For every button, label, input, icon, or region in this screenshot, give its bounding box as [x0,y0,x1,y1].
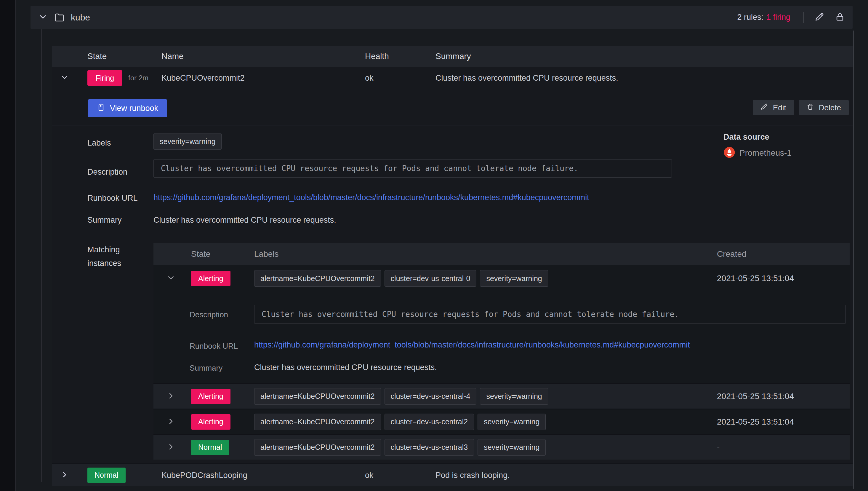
chevron-right-icon[interactable] [166,417,175,427]
runbook-field-label: Runbook URL [190,342,238,351]
matching-instances-label-line1: Matching [87,245,120,254]
label-chip: alertname=KubeCPUOvercommit2 [254,414,381,430]
label-chip: cluster=dev-us-central2 [384,414,474,430]
summary-value: Cluster has overcommitted CPU resource r… [153,215,336,225]
label-chip: alertname=KubeCPUOvercommit2 [254,270,381,287]
instance-state-cell: Alerting [191,389,230,404]
instance-state-cell: Alerting [191,271,230,286]
chevron-right-icon[interactable] [166,392,175,401]
folder-collapse-button[interactable] [38,12,48,23]
label-chip: severity=warning [480,388,548,405]
rule-state-cell: Normal [87,468,126,483]
description-field-label: Description [190,310,228,319]
instance-labels: alertname=KubeCPUOvercommit2 cluster=dev… [254,270,548,287]
book-icon [97,103,105,114]
indent-guideline [41,29,42,482]
rule-labels: severity=warning [153,133,222,150]
chevron-right-icon[interactable] [60,470,69,480]
lock-icon-button[interactable] [835,12,845,23]
instance-created: - [717,443,720,452]
col-state: State [87,52,107,61]
header-divider [803,12,804,23]
runbook-url-link[interactable]: https://github.com/grafana/deployment_to… [153,193,589,202]
instances-col-labels: Labels [254,249,279,259]
instance-row-dev-us-central3[interactable]: Normal alertname=KubeCPUOvercommit2 clus… [153,434,849,460]
rule-health: ok [365,470,374,480]
label-chip: cluster=dev-us-central3 [384,439,474,456]
alert-rules-screen: kube 2 rules: 1 firing State Name Health… [0,0,868,491]
chevron-down-icon [38,12,48,23]
firing-duration: for 2m [128,74,148,82]
label-chip: severity=warning [480,270,548,287]
rule-name: KubePODCrashLooping [161,470,247,480]
instance-row-dev-us-central-0[interactable]: Alerting alertname=KubeCPUOvercommit2 cl… [153,265,849,292]
label-chip: severity=warning [477,439,546,456]
folder-group-header[interactable]: kube 2 rules: 1 firing [31,6,852,29]
lock-icon [835,12,845,23]
summary-field-label: Summary [190,364,222,373]
alerting-badge: Alerting [191,271,230,286]
rules-count: 2 rules: [737,13,764,22]
delete-rule-button[interactable]: Delete [799,100,849,115]
instance-labels: alertname=KubeCPUOvercommit2 cluster=dev… [254,388,548,405]
runbook-url-link[interactable]: https://github.com/grafana/deployment_to… [254,340,690,350]
edit-folder-button[interactable] [815,12,825,23]
description-value-box: Cluster has overcommitted CPU resource r… [254,305,846,324]
instance-row-dev-us-central-4[interactable]: Alerting alertname=KubeCPUOvercommit2 cl… [153,383,849,409]
rule-row-kubepodcrashlooping[interactable]: Normal KubePODCrashLooping ok Pod is cra… [52,463,852,486]
label-chip: cluster=dev-us-central-4 [384,388,477,405]
instances-col-state: State [191,249,210,259]
chevron-down-icon[interactable] [166,273,175,284]
left-rail [0,0,16,491]
datasource-name: Prometheus-1 [739,148,792,158]
rule-detail-panel: View runbook Edit Delete [52,89,852,463]
summary-value: Cluster has overcommitted CPU resource r… [254,363,437,372]
description-field-label: Description [87,168,127,177]
rule-health: ok [365,74,374,83]
rule-state-cell: Firing for 2m [87,70,148,86]
datasource-label: Data source [723,133,792,142]
description-value: Cluster has overcommitted CPU resource r… [261,310,679,319]
instance-state-cell: Alerting [191,414,230,430]
chevron-right-icon[interactable] [166,442,175,453]
normal-badge: Normal [87,468,126,483]
scrollbar[interactable] [853,31,854,489]
rule-row-kubecpuovercommit2[interactable]: Firing for 2m KubeCPUOvercommit2 ok Clus… [52,67,852,89]
rule-name: KubeCPUOvercommit2 [161,74,245,83]
edit-rule-button[interactable]: Edit [753,100,794,115]
folder-icon [54,12,65,23]
col-summary: Summary [435,52,471,61]
instance-state-cell: Normal [191,440,229,455]
label-chip: severity=warning [153,133,222,150]
instances-table-header: State Labels Created [153,243,849,265]
view-runbook-button[interactable]: View runbook [88,99,167,117]
alerting-badge: Alerting [191,414,230,430]
instance-created: 2021-05-25 13:51:04 [717,392,794,401]
labels-field-label: Labels [87,139,111,148]
trash-icon [806,103,814,113]
view-runbook-label: View runbook [110,104,158,113]
pencil-icon [815,12,825,23]
chevron-down-icon[interactable] [60,73,69,83]
matching-instances-label-line2: instances [87,259,121,268]
summary-field-label: Summary [87,215,122,225]
col-health: Health [365,52,389,61]
instance-detail-panel: Description Cluster has overcommitted CP… [153,292,849,383]
folder-name: kube [71,12,90,23]
rule-actions-row: View runbook Edit Delete [52,89,852,125]
rules-firing-count: 1 firing [766,13,790,22]
instance-row-dev-us-central2[interactable]: Alerting alertname=KubeCPUOvercommit2 cl… [153,409,849,434]
alerting-badge: Alerting [191,389,230,404]
pencil-icon [761,103,768,113]
label-chip: alertname=KubeCPUOvercommit2 [254,388,381,405]
instance-created: 2021-05-25 13:51:04 [717,417,794,427]
rule-edit-actions: Edit Delete [753,100,849,115]
label-chip: alertname=KubeCPUOvercommit2 [254,439,381,456]
rule-summary: Cluster has overcommitted CPU resource r… [435,74,618,83]
firing-badge: Firing [87,70,122,86]
prometheus-icon [723,146,735,160]
col-name: Name [161,52,184,61]
folder-actions [815,12,845,23]
label-chip: cluster=dev-us-central-0 [384,270,477,287]
instance-labels: alertname=KubeCPUOvercommit2 cluster=dev… [254,414,546,430]
